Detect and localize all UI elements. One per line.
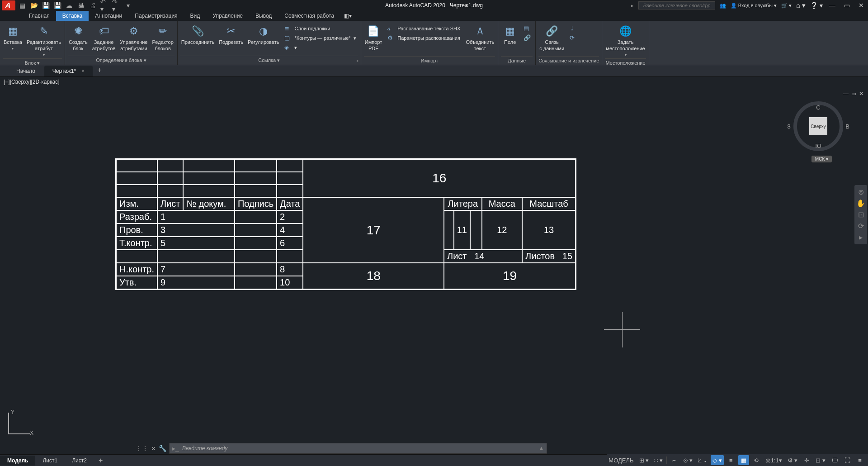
- view-min-icon[interactable]: —: [843, 90, 849, 97]
- web-save-icon[interactable]: ☁: [65, 1, 73, 10]
- sb-lineweight-icon[interactable]: ≡: [726, 455, 736, 465]
- ucs-icon[interactable]: Y X: [5, 411, 32, 438]
- sb-transparency-icon[interactable]: ▦: [738, 455, 749, 465]
- sb-polar-icon[interactable]: ⊙ ▾: [681, 455, 695, 465]
- panel-title-blockdef[interactable]: Определение блока ▾: [68, 56, 175, 65]
- block-editor-button[interactable]: ✏Редактор блоков: [151, 23, 174, 53]
- ribbon-tab-insert[interactable]: Вставка: [56, 11, 89, 21]
- manage-attr-button[interactable]: ⚙Управление атрибутами: [119, 23, 148, 53]
- view-close-icon[interactable]: ✕: [859, 90, 863, 97]
- help-icon[interactable]: ❔ ▾: [810, 2, 823, 9]
- ribbon-tab-param[interactable]: Параметризация: [128, 11, 184, 21]
- viewcube-face[interactable]: Сверху: [809, 117, 827, 135]
- minimize-button[interactable]: —: [827, 1, 837, 10]
- panel-title-location[interactable]: Местоположение: [605, 58, 646, 67]
- sb-annoauto-icon[interactable]: ✛: [801, 455, 812, 465]
- login-button[interactable]: 👤 Вход в службы ▾: [731, 3, 777, 9]
- sb-osnap-icon[interactable]: ◇ ▾: [711, 455, 724, 465]
- extract-button[interactable]: ⤓: [568, 24, 579, 33]
- infocenter-icon[interactable]: 👥: [720, 3, 726, 9]
- new-icon[interactable]: ▤: [18, 1, 26, 10]
- cart-icon[interactable]: 🛒 ▾: [781, 3, 792, 9]
- sb-modelspace[interactable]: МОДЕЛЬ: [607, 455, 635, 465]
- panel-title-data[interactable]: Данные: [501, 56, 533, 65]
- orbit-icon[interactable]: ⟳: [858, 222, 864, 230]
- sb-grid-icon[interactable]: ⊞ ▾: [637, 455, 651, 465]
- xref-snap-button[interactable]: ◈▾: [283, 43, 358, 52]
- field-button[interactable]: ▦Поле: [501, 23, 519, 47]
- cmd-close-icon[interactable]: ✕: [151, 445, 156, 452]
- ribbon-tab-home[interactable]: Главная: [23, 11, 56, 21]
- search-input[interactable]: [638, 1, 715, 10]
- undo-icon[interactable]: ↶ ▾: [100, 1, 108, 10]
- ribbon-tab-annotate[interactable]: Аннотации: [89, 11, 128, 21]
- ribbon-tab-view[interactable]: Вид: [184, 11, 207, 21]
- layout-tab-2[interactable]: Лист2: [65, 456, 94, 466]
- combine-text-button[interactable]: ＡОбъединить текст: [465, 23, 495, 53]
- print-icon[interactable]: 🖨: [89, 1, 97, 10]
- sb-cleanscreen-icon[interactable]: ⛶: [842, 455, 853, 465]
- steering-wheel-icon[interactable]: ⊚: [858, 188, 864, 196]
- set-location-button[interactable]: 🌐Задать местоположение▾: [605, 23, 646, 58]
- app-logo[interactable]: A: [2, 0, 15, 10]
- viewcube-east[interactable]: В: [845, 123, 849, 130]
- ribbon-tab-featured[interactable]: ◧▾: [340, 11, 355, 21]
- sb-workspace-icon[interactable]: ⊡ ▾: [814, 455, 827, 465]
- close-tab-icon[interactable]: ×: [81, 68, 85, 74]
- saveas-icon[interactable]: 💾: [53, 1, 61, 10]
- clip-button[interactable]: ✂Подрезать: [218, 23, 244, 47]
- save-icon[interactable]: 💾: [42, 1, 50, 10]
- a360-icon[interactable]: ⌂ ▾: [796, 1, 806, 10]
- layout-tab-model[interactable]: Модель: [0, 456, 35, 466]
- shx-recognize-button[interactable]: 𝑎Распознавание текста SHX: [386, 24, 462, 33]
- view-max-icon[interactable]: ▭: [851, 90, 856, 97]
- panel-title-link[interactable]: Связывание и извлечение: [538, 56, 599, 65]
- close-button[interactable]: ✕: [856, 1, 866, 10]
- panel-title-reference[interactable]: Ссылка ▾: [180, 56, 358, 65]
- viewcube[interactable]: Сверху С Ю З В: [793, 101, 843, 151]
- layout-tab-1[interactable]: Лист1: [35, 456, 65, 466]
- viewcube-west[interactable]: З: [787, 123, 791, 130]
- attach-button[interactable]: 📎Присоединить: [180, 23, 215, 47]
- import-pdf-button[interactable]: 📄Импорт PDF: [364, 23, 383, 53]
- edit-attribute-button[interactable]: ✎Редактировать атрибут▾: [26, 23, 62, 58]
- sb-ortho-icon[interactable]: ⌐: [669, 455, 679, 465]
- pan-icon[interactable]: ✋: [856, 199, 865, 208]
- cmd-history-icon[interactable]: ▲: [539, 445, 544, 451]
- update-link-button[interactable]: ⟳: [568, 34, 579, 42]
- file-tab-current[interactable]: Чертеж1*×: [44, 66, 93, 76]
- plot-icon[interactable]: 🖶: [77, 1, 85, 10]
- layout-add-button[interactable]: +: [94, 455, 107, 466]
- new-tab-button[interactable]: +: [94, 64, 105, 76]
- data-link-button[interactable]: 🔗Связь с данными: [538, 23, 565, 53]
- viewcube-north[interactable]: С: [816, 104, 820, 111]
- redo-icon[interactable]: ↷ ▾: [112, 1, 120, 10]
- showmotion-icon[interactable]: ▸: [859, 233, 863, 242]
- insert-block-button[interactable]: ▦Вставка▾: [3, 23, 23, 52]
- sb-custom-icon[interactable]: ≡: [854, 455, 865, 465]
- panel-title-import[interactable]: Импорт: [364, 56, 495, 65]
- viewcube-south[interactable]: Ю: [815, 143, 821, 149]
- underlay-layers-button[interactable]: ≣Слои подложки: [283, 24, 358, 33]
- file-tab-start[interactable]: Начало: [8, 66, 43, 76]
- viewport-label[interactable]: [−][Сверху][2D-каркас]: [0, 77, 868, 87]
- sb-monitor-icon[interactable]: 🖵: [829, 455, 840, 465]
- recognition-params-button[interactable]: ⚙Параметры распознавания: [386, 34, 462, 42]
- sb-isoplane-icon[interactable]: ⟀ ▾: [696, 455, 709, 465]
- open-icon[interactable]: 📂: [30, 1, 38, 10]
- zoom-extents-icon[interactable]: ⊡: [858, 210, 864, 219]
- ribbon-tab-collab[interactable]: Совместная работа: [278, 11, 340, 21]
- wcs-dropdown[interactable]: МСК ▾: [811, 156, 832, 162]
- sb-snap-icon[interactable]: ∷ ▾: [652, 455, 665, 465]
- maximize-button[interactable]: ▭: [842, 1, 852, 10]
- cmd-drag-handle-icon[interactable]: ⋮⋮: [136, 445, 148, 452]
- define-attr-button[interactable]: 🏷Задание атрибутов: [91, 23, 117, 53]
- drawing-canvas[interactable]: — ▭ ✕ Сверху С Ю З В МСК ▾ ⊚ ✋ ⊡ ⟳ ▸ 16 …: [0, 88, 868, 442]
- adjust-button[interactable]: ◑Регулировать: [247, 23, 280, 47]
- ribbon-tab-manage[interactable]: Управление: [206, 11, 249, 21]
- cmd-settings-icon[interactable]: 🔧: [159, 445, 166, 452]
- ole-button[interactable]: ▤: [522, 24, 533, 33]
- qat-dropdown-icon[interactable]: ▾: [124, 1, 132, 10]
- create-block-button[interactable]: ✺Создать блок: [68, 23, 89, 53]
- ribbon-tab-output[interactable]: Вывод: [249, 11, 278, 21]
